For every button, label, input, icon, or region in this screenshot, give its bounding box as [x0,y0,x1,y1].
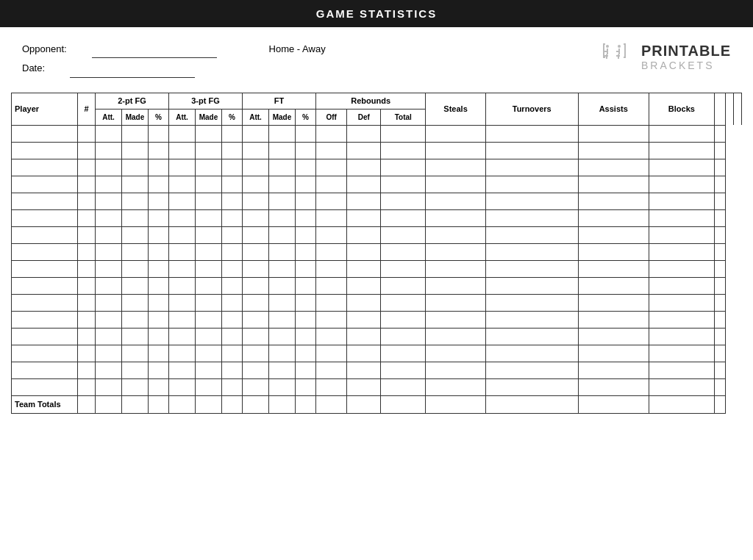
stats-body: Team Totals [12,125,742,413]
table-cell [222,142,243,159]
table-cell [122,378,149,395]
table-cell [485,294,578,311]
table-cell [169,209,196,226]
table-cell [196,294,222,311]
table-cell [222,209,243,226]
table-cell [269,311,296,328]
table-cell [426,294,485,311]
brackets-icon [603,40,635,73]
table-cell [296,294,316,311]
table-cell [78,362,96,378]
table-cell [714,328,725,345]
table-cell [169,226,196,243]
table-cell [649,345,714,362]
col-ft-made: Made [269,109,296,125]
table-cell [196,193,222,209]
table-cell [149,345,169,362]
table-cell [649,243,714,260]
table-cell [649,125,714,142]
table-cell [296,209,316,226]
table-cell [243,311,269,328]
table-cell [426,311,485,328]
table-cell [316,226,347,243]
table-cell [196,209,222,226]
table-cell [649,176,714,193]
table-cell [243,226,269,243]
table-cell [347,142,381,159]
table-cell [269,328,296,345]
table-cell [649,311,714,328]
table-cell [222,345,243,362]
table-cell [426,159,485,176]
table-cell [316,362,347,378]
table-cell [316,328,347,345]
table-cell [196,260,222,277]
table-cell [122,176,149,193]
table-cell [714,125,725,142]
table-cell [169,159,196,176]
table-cell [649,277,714,294]
table-cell [649,260,714,277]
table-cell [649,226,714,243]
col-ft-pct: % [296,109,316,125]
table-cell [169,294,196,311]
table-row [12,142,742,159]
table-cell [122,209,149,226]
table-cell [78,125,96,142]
svg-rect-15 [624,57,626,58]
table-cell [149,142,169,159]
table-cell [78,142,96,159]
table-cell [296,125,316,142]
table-cell [78,294,96,311]
table-cell [714,345,725,362]
table-cell [296,311,316,328]
table-cell [426,176,485,193]
table-cell [649,209,714,226]
table-cell [96,328,122,345]
table-cell [714,159,725,176]
table-cell [485,378,578,395]
table-cell [381,328,426,345]
table-cell [222,378,243,395]
table-cell [122,345,149,362]
table-row [12,294,742,311]
table-cell [578,159,649,176]
table-cell [12,345,78,362]
team-totals-cell [196,395,222,413]
table-cell [12,209,78,226]
table-cell [196,226,222,243]
table-cell [269,277,296,294]
table-cell [347,226,381,243]
table-cell [347,176,381,193]
table-cell [426,125,485,142]
table-cell [649,378,714,395]
table-cell [196,362,222,378]
opponent-line: Opponent: Home - Away [22,40,326,58]
opponent-field[interactable] [92,40,217,58]
table-cell [316,142,347,159]
meta-section: Opponent: Home - Away Date: [0,27,753,85]
table-row [12,260,742,277]
table-cell [122,243,149,260]
table-cell [149,176,169,193]
table-cell [243,378,269,395]
col-blocks: Blocks [649,93,714,125]
table-cell [222,260,243,277]
table-cell [122,125,149,142]
team-totals-cell [316,395,347,413]
meta-left: Opponent: Home - Away Date: [22,40,326,78]
table-cell [12,277,78,294]
table-cell [196,159,222,176]
table-cell [269,226,296,243]
table-cell [347,378,381,395]
table-row [12,159,742,176]
table-cell [578,362,649,378]
table-cell [381,362,426,378]
table-cell [649,142,714,159]
table-cell [96,125,122,142]
table-row [12,328,742,345]
table-cell [78,378,96,395]
table-cell [426,142,485,159]
logo-area: PRINTABLE BRACKETS [603,40,731,73]
date-field[interactable] [70,60,195,77]
